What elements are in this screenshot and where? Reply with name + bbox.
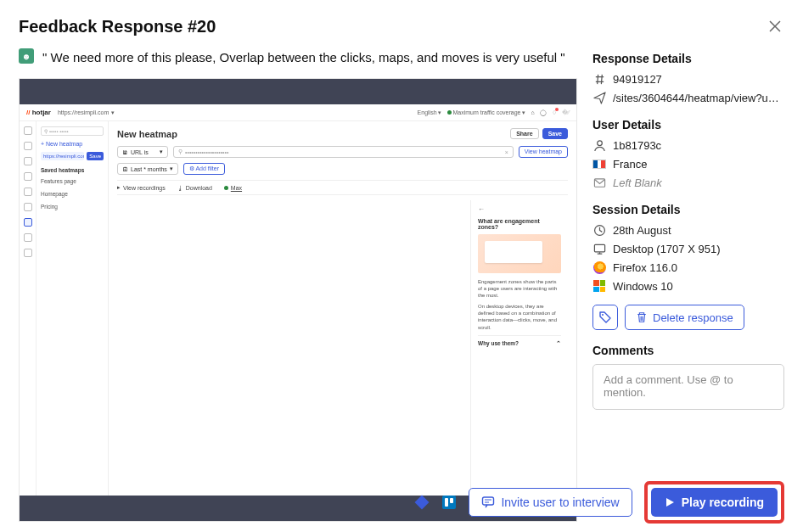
desktop-icon (592, 242, 606, 255)
rail-icon (24, 203, 32, 211)
svg-point-0 (597, 140, 602, 145)
tab-download: ⭳ Download (177, 184, 212, 191)
feedback-quote: " We need more of this please, Overlap b… (42, 48, 565, 66)
session-os-row: Windows 10 (592, 279, 784, 293)
saved-heatmaps-header: Saved heatmaps (41, 167, 104, 173)
saved-heatmap-item: Homepage (41, 189, 104, 199)
domain-selector: https://resimpli.com ▾ (58, 109, 115, 116)
close-button[interactable] (766, 17, 784, 36)
screenshot-main: New heatmap Share Save 🗎 URL is ▾ ⚲•••••… (109, 121, 576, 496)
share-button: Share (510, 128, 538, 139)
response-details-heading: Response Details (592, 52, 784, 65)
panel-why-row: Why use them?⌃ (478, 335, 561, 347)
saved-heatmap-item: Pricing (41, 202, 104, 211)
rail-icon (24, 126, 32, 135)
user-icon: ◯ (540, 109, 547, 116)
screenshot-topbar: // hotjar https://resimpli.com ▾ English… (20, 104, 576, 121)
svg-rect-3 (594, 244, 604, 251)
user-country-row: France (592, 157, 784, 171)
session-date-row: 28th August (592, 223, 784, 237)
comment-input[interactable]: Add a comment. Use @ to mention. (592, 364, 784, 410)
user-icon (592, 138, 606, 152)
jira-integration-icon[interactable] (414, 495, 430, 510)
sidebar-save-button: Save (87, 152, 104, 160)
panel-text: On desktop devices, they are defined bas… (478, 303, 561, 330)
url-input: ⚲•••••••••••••••••••••× (173, 146, 514, 158)
panel-illustration (478, 234, 561, 273)
panel-text: Engagement zones show the parts of a pag… (478, 278, 561, 299)
language-selector: English ▾ (418, 109, 442, 116)
view-heatmap-button: View heatmap (519, 146, 568, 158)
trash-icon (636, 311, 648, 323)
user-id-row: 1b81793c (592, 138, 784, 152)
play-recording-highlight: Play recording (644, 481, 784, 524)
trello-integration-icon[interactable] (441, 495, 457, 510)
chat-icon (481, 496, 495, 509)
back-arrow-icon: ← (478, 205, 485, 213)
add-filter-button: ⚙ Add filter (183, 163, 225, 175)
response-id-row: 94919127 (592, 72, 784, 86)
sidebar-url: https://resimpli.com/f… (41, 152, 84, 160)
send-icon (592, 91, 606, 104)
windows-icon (592, 279, 606, 293)
rail-icon (24, 188, 32, 196)
flag-france-icon (592, 157, 606, 171)
home-icon: ⌂ (531, 109, 534, 115)
page-title: Feedback Response #20 (19, 17, 216, 36)
nav-rail (20, 121, 36, 496)
comments-heading: Comments (592, 344, 784, 357)
save-button: Save (542, 128, 568, 139)
heatmap-title: New heatmap (117, 129, 177, 139)
tag-button[interactable] (592, 305, 618, 330)
coverage-indicator: Maximum traffic coverage ▾ (447, 109, 526, 116)
tab-max: Max (224, 184, 242, 191)
rail-icon (24, 249, 32, 257)
response-path-row: /sites/3604644/heatmap/view?u… (592, 91, 784, 104)
panel-heading: What are engagement zones? (478, 218, 561, 230)
close-icon (769, 20, 781, 32)
rail-icon (24, 172, 32, 181)
url-condition-select: 🗎 URL is ▾ (117, 146, 168, 158)
date-filter: 🗓 Last * months ▾ (117, 163, 178, 175)
clock-icon (592, 223, 606, 237)
invite-user-button[interactable]: Invite user to interview (469, 488, 632, 517)
engagement-panel: ← What are engagement zones? Engagement … (470, 200, 568, 489)
play-icon (665, 497, 675, 507)
svg-point-4 (602, 314, 604, 316)
saved-heatmap-item: Features page (41, 176, 104, 186)
respondent-avatar: ☻ (19, 48, 34, 64)
session-browser-row: Firefox 116.0 (592, 260, 784, 274)
session-details-heading: Session Details (592, 203, 784, 216)
rail-icon (24, 233, 32, 242)
chevron-up-icon: ⌃ (556, 340, 561, 347)
rail-icon (24, 142, 32, 150)
notifications-icon: ♢ (552, 109, 557, 116)
hotjar-logo: // hotjar (26, 109, 51, 116)
firefox-icon (592, 260, 606, 274)
delete-response-button[interactable]: Delete response (625, 305, 744, 330)
rail-icon-active (24, 218, 32, 227)
tab-view-recordings: ▸ View recordings (117, 184, 166, 191)
hash-icon (592, 72, 606, 86)
mail-icon (592, 176, 606, 189)
screenshot-preview: // hotjar https://resimpli.com ▾ English… (19, 78, 577, 522)
sidebar-search: ⚲••••• ••••• (41, 126, 104, 136)
user-details-heading: User Details (592, 118, 784, 132)
svg-rect-5 (483, 497, 494, 505)
menu-icon: �∕∕ (562, 109, 570, 116)
new-heatmap-link: + New heatmap (41, 139, 104, 148)
session-viewport-row: Desktop (1707 X 951) (592, 242, 784, 255)
play-recording-button[interactable]: Play recording (651, 488, 778, 517)
user-email-row: Left Blank (592, 176, 784, 189)
tag-icon (598, 311, 612, 324)
screenshot-sidebar: ⚲••••• ••••• + New heatmap https://resim… (36, 121, 109, 496)
rail-icon (24, 157, 32, 165)
